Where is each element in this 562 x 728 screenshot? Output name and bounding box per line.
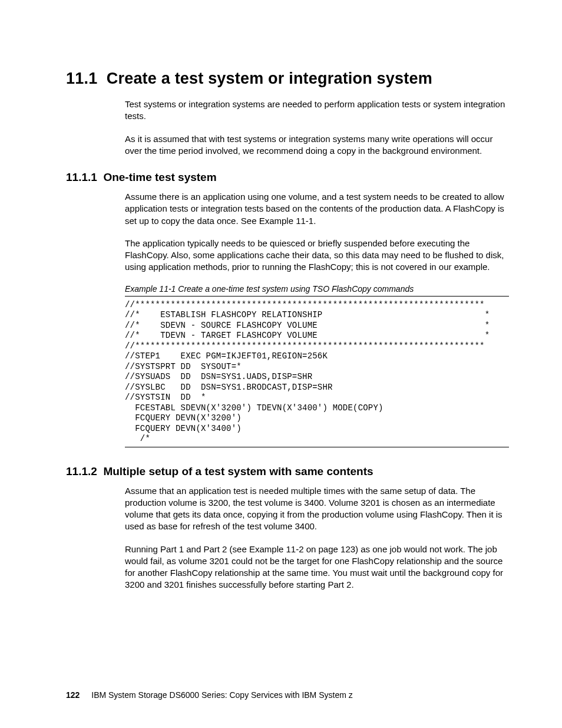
code-listing: //**************************************… — [125, 300, 509, 444]
page-footer: 122 IBM System Storage DS6000 Series: Co… — [66, 690, 353, 700]
subsection-heading-1: 11.1.1 One-time test system — [66, 171, 509, 184]
subsection-number-2: 11.1.2 — [66, 465, 97, 477]
subsection-2-paragraph-1: Assume that an application test is neede… — [125, 485, 509, 533]
subsection-2-paragraph-2: Running Part 1 and Part 2 (see Example 1… — [125, 543, 509, 591]
subsection-title-1: One-time test system — [103, 171, 216, 183]
subsection-title-2: Multiple setup of a test system with sam… — [103, 465, 373, 477]
section-intro-paragraph-1: Test systems or integration systems are … — [125, 98, 509, 123]
subsection-1-paragraph-1: Assume there is an application using one… — [125, 191, 509, 227]
subsection-2-body: Assume that an application test is neede… — [125, 485, 509, 591]
subsection-number-1: 11.1.1 — [66, 171, 97, 183]
code-rule-bottom — [125, 447, 509, 447]
section-title: Create a test system or integration syst… — [107, 70, 432, 87]
section-heading: 11.1 Create a test system or integration… — [66, 70, 509, 88]
subsection-heading-2: 11.1.2 Multiple setup of a test system w… — [66, 465, 509, 478]
document-page: 11.1 Create a test system or integration… — [0, 0, 562, 728]
subsection-1-body: Assume there is an application using one… — [125, 191, 509, 447]
section-intro-paragraph-2: As it is assumed that with test systems … — [125, 133, 509, 157]
code-rule-top — [125, 296, 509, 297]
subsection-1-paragraph-2: The application typically needs to be qu… — [125, 238, 509, 274]
page-number: 122 — [66, 690, 80, 700]
section-intro-block: Test systems or integration systems are … — [125, 98, 509, 157]
footer-doc-title: IBM System Storage DS6000 Series: Copy S… — [91, 690, 353, 700]
section-number: 11.1 — [66, 70, 97, 87]
example-caption: Example 11-1 Create a one-time test syst… — [125, 284, 509, 294]
